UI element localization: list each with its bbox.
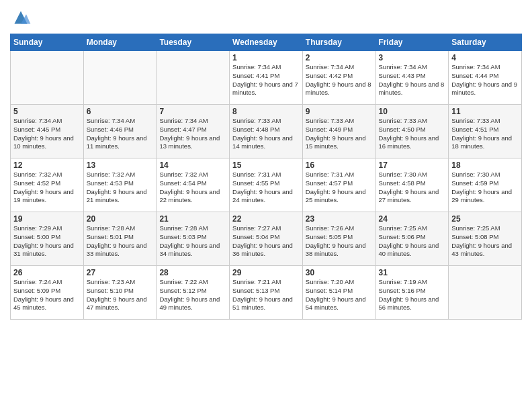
day-info: Sunrise: 7:25 AM Sunset: 5:08 PM Dayligh… — [451, 224, 519, 259]
calendar-cell — [449, 266, 522, 320]
day-info: Sunrise: 7:30 AM Sunset: 4:58 PM Dayligh… — [379, 171, 446, 205]
calendar-cell: 6Sunrise: 7:34 AM Sunset: 4:46 PM Daylig… — [83, 105, 157, 158]
calendar-cell: 29Sunrise: 7:21 AM Sunset: 5:13 PM Dayli… — [230, 266, 303, 320]
day-number: 1 — [232, 53, 300, 62]
day-info: Sunrise: 7:20 AM Sunset: 5:14 PM Dayligh… — [306, 278, 373, 312]
day-number: 29 — [232, 268, 300, 277]
day-number: 3 — [379, 53, 446, 62]
day-info: Sunrise: 7:34 AM Sunset: 4:44 PM Dayligh… — [451, 63, 519, 97]
day-number: 7 — [159, 107, 226, 116]
column-header-thursday: Thursday — [302, 34, 375, 51]
day-number: 6 — [87, 107, 154, 116]
day-info: Sunrise: 7:34 AM Sunset: 4:43 PM Dayligh… — [379, 63, 446, 97]
calendar-week-row: 5Sunrise: 7:34 AM Sunset: 4:45 PM Daylig… — [11, 105, 522, 158]
calendar-cell: 7Sunrise: 7:34 AM Sunset: 4:47 PM Daylig… — [157, 105, 230, 158]
column-header-sunday: Sunday — [11, 34, 84, 51]
calendar-cell: 18Sunrise: 7:30 AM Sunset: 4:59 PM Dayli… — [449, 158, 522, 212]
day-number: 18 — [451, 161, 519, 170]
day-info: Sunrise: 7:27 AM Sunset: 5:04 PM Dayligh… — [232, 224, 300, 259]
day-number: 13 — [87, 161, 154, 170]
calendar-week-row: 19Sunrise: 7:29 AM Sunset: 5:00 PM Dayli… — [11, 212, 522, 266]
day-info: Sunrise: 7:33 AM Sunset: 4:49 PM Dayligh… — [306, 117, 373, 151]
calendar-cell: 10Sunrise: 7:33 AM Sunset: 4:50 PM Dayli… — [375, 105, 449, 158]
day-info: Sunrise: 7:31 AM Sunset: 4:55 PM Dayligh… — [232, 171, 300, 205]
calendar-week-row: 12Sunrise: 7:32 AM Sunset: 4:52 PM Dayli… — [11, 158, 522, 212]
day-number: 21 — [159, 214, 226, 224]
calendar-cell: 21Sunrise: 7:28 AM Sunset: 5:03 PM Dayli… — [157, 212, 230, 266]
calendar-cell — [11, 51, 84, 105]
day-number: 9 — [306, 107, 373, 116]
logo — [10, 7, 34, 28]
day-info: Sunrise: 7:32 AM Sunset: 4:53 PM Dayligh… — [87, 171, 154, 205]
calendar-header-row: SundayMondayTuesdayWednesdayThursdayFrid… — [11, 34, 522, 51]
day-number: 10 — [379, 107, 446, 116]
day-info: Sunrise: 7:28 AM Sunset: 5:03 PM Dayligh… — [159, 224, 226, 259]
column-header-friday: Friday — [375, 34, 449, 51]
day-number: 20 — [87, 214, 154, 224]
day-info: Sunrise: 7:24 AM Sunset: 5:09 PM Dayligh… — [13, 278, 81, 312]
calendar-cell: 9Sunrise: 7:33 AM Sunset: 4:49 PM Daylig… — [302, 105, 375, 158]
calendar-cell: 19Sunrise: 7:29 AM Sunset: 5:00 PM Dayli… — [11, 212, 84, 266]
calendar-cell — [157, 51, 230, 105]
day-info: Sunrise: 7:22 AM Sunset: 5:12 PM Dayligh… — [159, 278, 226, 312]
day-number: 30 — [306, 268, 373, 277]
day-number: 4 — [451, 53, 519, 62]
day-info: Sunrise: 7:29 AM Sunset: 5:00 PM Dayligh… — [13, 224, 81, 259]
calendar-cell: 25Sunrise: 7:25 AM Sunset: 5:08 PM Dayli… — [449, 212, 522, 266]
day-info: Sunrise: 7:30 AM Sunset: 4:59 PM Dayligh… — [451, 171, 519, 205]
calendar-cell: 11Sunrise: 7:33 AM Sunset: 4:51 PM Dayli… — [449, 105, 522, 158]
day-number: 24 — [379, 214, 446, 224]
day-number: 5 — [13, 107, 81, 116]
day-info: Sunrise: 7:23 AM Sunset: 5:10 PM Dayligh… — [87, 278, 154, 312]
calendar-cell: 14Sunrise: 7:32 AM Sunset: 4:54 PM Dayli… — [157, 158, 230, 212]
header — [10, 7, 522, 28]
calendar-cell: 3Sunrise: 7:34 AM Sunset: 4:43 PM Daylig… — [375, 51, 449, 105]
day-number: 26 — [13, 268, 81, 277]
calendar-cell: 23Sunrise: 7:26 AM Sunset: 5:05 PM Dayli… — [302, 212, 375, 266]
calendar-cell: 26Sunrise: 7:24 AM Sunset: 5:09 PM Dayli… — [11, 266, 84, 320]
day-info: Sunrise: 7:19 AM Sunset: 5:16 PM Dayligh… — [379, 278, 446, 312]
calendar-cell: 28Sunrise: 7:22 AM Sunset: 5:12 PM Dayli… — [157, 266, 230, 320]
column-header-wednesday: Wednesday — [230, 34, 303, 51]
day-info: Sunrise: 7:28 AM Sunset: 5:01 PM Dayligh… — [87, 224, 154, 259]
calendar-cell: 8Sunrise: 7:33 AM Sunset: 4:48 PM Daylig… — [230, 105, 303, 158]
day-number: 22 — [232, 214, 300, 224]
day-number: 25 — [451, 214, 519, 224]
day-info: Sunrise: 7:33 AM Sunset: 4:51 PM Dayligh… — [451, 117, 519, 151]
day-number: 12 — [13, 161, 81, 170]
day-number: 2 — [306, 53, 373, 62]
calendar-cell: 4Sunrise: 7:34 AM Sunset: 4:44 PM Daylig… — [449, 51, 522, 105]
calendar-cell: 20Sunrise: 7:28 AM Sunset: 5:01 PM Dayli… — [83, 212, 157, 266]
day-info: Sunrise: 7:34 AM Sunset: 4:47 PM Dayligh… — [159, 117, 226, 151]
logo-icon — [10, 7, 32, 28]
day-number: 31 — [379, 268, 446, 277]
day-number: 8 — [232, 107, 300, 116]
calendar-cell: 16Sunrise: 7:31 AM Sunset: 4:57 PM Dayli… — [302, 158, 375, 212]
day-number: 28 — [159, 268, 226, 277]
calendar-cell: 24Sunrise: 7:25 AM Sunset: 5:06 PM Dayli… — [375, 212, 449, 266]
calendar-cell: 1Sunrise: 7:34 AM Sunset: 4:41 PM Daylig… — [230, 51, 303, 105]
calendar-cell: 30Sunrise: 7:20 AM Sunset: 5:14 PM Dayli… — [302, 266, 375, 320]
day-info: Sunrise: 7:33 AM Sunset: 4:50 PM Dayligh… — [379, 117, 446, 151]
calendar-table: SundayMondayTuesdayWednesdayThursdayFrid… — [10, 34, 522, 320]
day-info: Sunrise: 7:34 AM Sunset: 4:46 PM Dayligh… — [87, 117, 154, 151]
day-info: Sunrise: 7:32 AM Sunset: 4:54 PM Dayligh… — [159, 171, 226, 205]
day-info: Sunrise: 7:31 AM Sunset: 4:57 PM Dayligh… — [306, 171, 373, 205]
day-number: 14 — [159, 161, 226, 170]
calendar-cell: 15Sunrise: 7:31 AM Sunset: 4:55 PM Dayli… — [230, 158, 303, 212]
day-number: 16 — [306, 161, 373, 170]
day-info: Sunrise: 7:25 AM Sunset: 5:06 PM Dayligh… — [379, 224, 446, 259]
day-number: 23 — [306, 214, 373, 224]
day-info: Sunrise: 7:34 AM Sunset: 4:41 PM Dayligh… — [232, 63, 300, 97]
calendar-cell: 5Sunrise: 7:34 AM Sunset: 4:45 PM Daylig… — [11, 105, 84, 158]
calendar-cell: 22Sunrise: 7:27 AM Sunset: 5:04 PM Dayli… — [230, 212, 303, 266]
column-header-saturday: Saturday — [449, 34, 522, 51]
day-number: 27 — [87, 268, 154, 277]
day-number: 15 — [232, 161, 300, 170]
day-info: Sunrise: 7:21 AM Sunset: 5:13 PM Dayligh… — [232, 278, 300, 312]
day-number: 19 — [13, 214, 81, 224]
calendar-cell: 12Sunrise: 7:32 AM Sunset: 4:52 PM Dayli… — [11, 158, 84, 212]
calendar-container: SundayMondayTuesdayWednesdayThursdayFrid… — [0, 0, 532, 411]
day-info: Sunrise: 7:32 AM Sunset: 4:52 PM Dayligh… — [13, 171, 81, 205]
day-info: Sunrise: 7:34 AM Sunset: 4:42 PM Dayligh… — [306, 63, 373, 97]
